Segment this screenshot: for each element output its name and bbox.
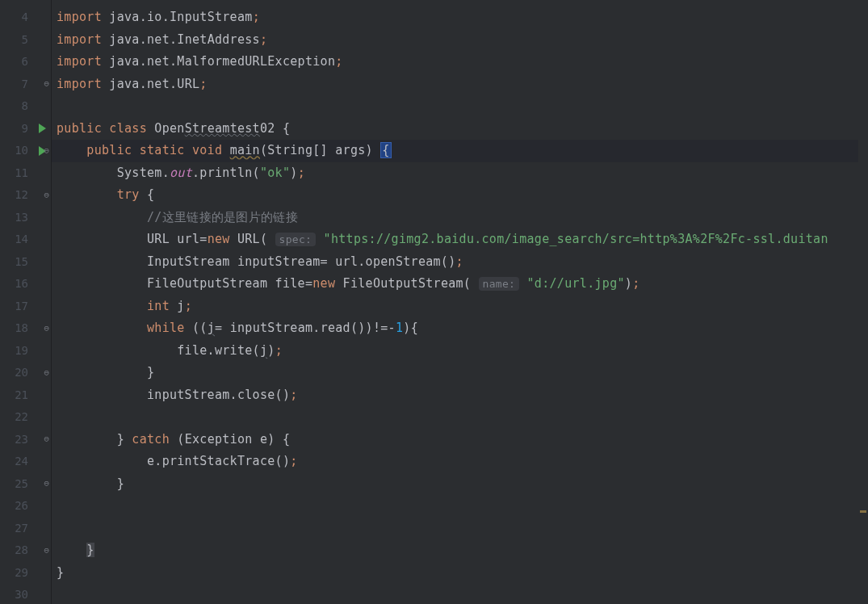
code-line[interactable]: public static void main(String[] args) { (52, 140, 868, 162)
fold-icon[interactable]: ⊖ (44, 539, 49, 562)
code-line[interactable] (52, 95, 868, 118)
code-line[interactable]: while ((j= inputStream.read())!=-1){ (52, 317, 868, 340)
code-line[interactable] (52, 518, 868, 540)
code-line[interactable] (52, 584, 868, 604)
line-number: 24 (0, 451, 51, 473)
line-number: 26 (0, 495, 51, 518)
gutter: 4567⊖8910⊖1112⊖131415161718⊖1920⊖212223⊖… (0, 0, 52, 604)
code-line[interactable]: inputStream.close(); (52, 384, 868, 407)
fold-icon[interactable]: ⊖ (44, 73, 49, 96)
line-number: 13 (0, 207, 51, 229)
line-number: 9 (0, 118, 51, 141)
line-number: 19 (0, 340, 51, 363)
code-line[interactable]: } (52, 562, 868, 585)
code-line[interactable]: import java.net.InetAddress; (52, 29, 868, 52)
line-number: 27 (0, 518, 51, 540)
line-number: 28⊖ (0, 539, 51, 562)
code-editor[interactable]: 4567⊖8910⊖1112⊖131415161718⊖1920⊖212223⊖… (0, 0, 868, 604)
code-line[interactable]: System.out.println("ok"); (52, 162, 868, 185)
fold-icon[interactable]: ⊖ (44, 317, 49, 340)
line-number: 5 (0, 29, 51, 52)
code-line[interactable]: } catch (Exception e) { (52, 429, 868, 451)
code-line[interactable]: FileOutputStream file=new FileOutputStre… (52, 273, 868, 296)
line-number: 10⊖ (0, 140, 51, 162)
warning-marker[interactable] (860, 510, 866, 513)
code-line[interactable]: } (52, 539, 868, 562)
line-number: 30 (0, 584, 51, 604)
code-line[interactable]: file.write(j); (52, 340, 868, 363)
fold-icon[interactable]: ⊖ (44, 429, 49, 451)
line-number: 23⊖ (0, 429, 51, 451)
line-number: 21 (0, 384, 51, 407)
line-number: 15 (0, 251, 51, 274)
line-number: 18⊖ (0, 317, 51, 340)
run-icon[interactable] (39, 124, 46, 133)
code-line[interactable]: import java.net.URL; (52, 73, 868, 96)
code-line[interactable]: e.printStackTrace(); (52, 451, 868, 473)
fold-icon[interactable]: ⊖ (44, 473, 49, 496)
code-line[interactable]: } (52, 362, 868, 384)
code-line[interactable] (52, 495, 868, 518)
line-number: 25⊖ (0, 473, 51, 496)
code-line[interactable]: public class OpenStreamtest02 { (52, 118, 868, 141)
code-line[interactable]: import java.io.InputStream; (52, 6, 868, 29)
code-line[interactable]: } (52, 473, 868, 496)
fold-icon[interactable]: ⊖ (44, 184, 49, 207)
code-line[interactable]: //这里链接的是图片的链接 (52, 207, 868, 229)
line-number: 22 (0, 406, 51, 429)
line-number: 11 (0, 162, 51, 185)
line-number: 12⊖ (0, 184, 51, 207)
line-number: 20⊖ (0, 362, 51, 384)
code-line[interactable]: import java.net.MalformedURLException; (52, 51, 868, 73)
fold-icon[interactable]: ⊖ (44, 362, 49, 384)
line-number: 6 (0, 51, 51, 73)
code-line[interactable]: URL url=new URL( spec: "https://gimg2.ba… (52, 229, 868, 251)
code-line[interactable]: try { (52, 184, 868, 207)
line-number: 4 (0, 6, 51, 29)
line-number: 16 (0, 273, 51, 296)
line-number: 8 (0, 95, 51, 118)
fold-icon[interactable]: ⊖ (44, 140, 49, 162)
code-line[interactable]: InputStream inputStream= url.openStream(… (52, 251, 868, 274)
code-area[interactable]: import java.io.InputStream;import java.n… (52, 0, 868, 604)
line-number: 14 (0, 229, 51, 251)
line-number: 17 (0, 296, 51, 318)
line-number: 29 (0, 562, 51, 585)
code-line[interactable]: int j; (52, 296, 868, 318)
scrollbar[interactable] (858, 0, 868, 604)
line-number: 7⊖ (0, 73, 51, 96)
code-line[interactable] (52, 406, 868, 429)
